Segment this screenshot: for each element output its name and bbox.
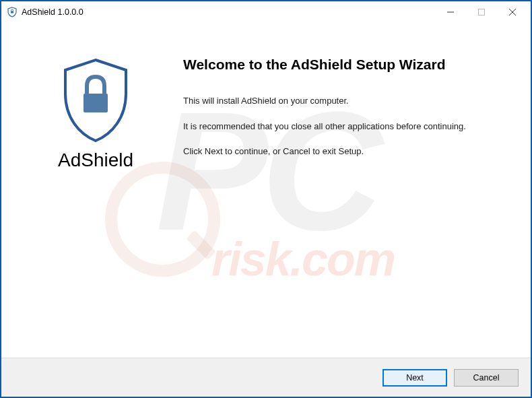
cancel-button[interactable]: Cancel <box>454 369 519 387</box>
content-area: PC risk.com AdShield Welcome to the AdSh… <box>1 23 531 358</box>
intro-text-2: It is recommended that you close all oth… <box>183 120 504 133</box>
svg-rect-5 <box>84 94 108 112</box>
installer-window: AdShield 1.0.0.0 PC risk.com AdShield <box>0 0 532 398</box>
page-title: Welcome to the AdShield Setup Wizard <box>183 57 504 73</box>
svg-rect-0 <box>11 11 13 13</box>
main-panel: Welcome to the AdShield Setup Wizard Thi… <box>176 23 531 358</box>
maximize-button <box>466 2 497 22</box>
app-name-label: AdShield <box>58 150 133 171</box>
app-icon <box>7 7 18 18</box>
intro-text-1: This will install AdShield on your compu… <box>183 94 504 108</box>
window-controls <box>435 1 528 23</box>
next-button[interactable]: Next <box>383 369 447 387</box>
footer: Next Cancel <box>1 358 531 397</box>
window-title: AdShield 1.0.0.0 <box>22 7 435 17</box>
minimize-button[interactable] <box>435 2 466 22</box>
svg-rect-2 <box>479 9 485 15</box>
close-button[interactable] <box>497 2 528 22</box>
shield-icon <box>59 57 133 144</box>
sidebar: AdShield <box>1 23 176 358</box>
intro-text-3: Click Next to continue, or Cancel to exi… <box>183 145 504 158</box>
titlebar: AdShield 1.0.0.0 <box>1 1 531 23</box>
